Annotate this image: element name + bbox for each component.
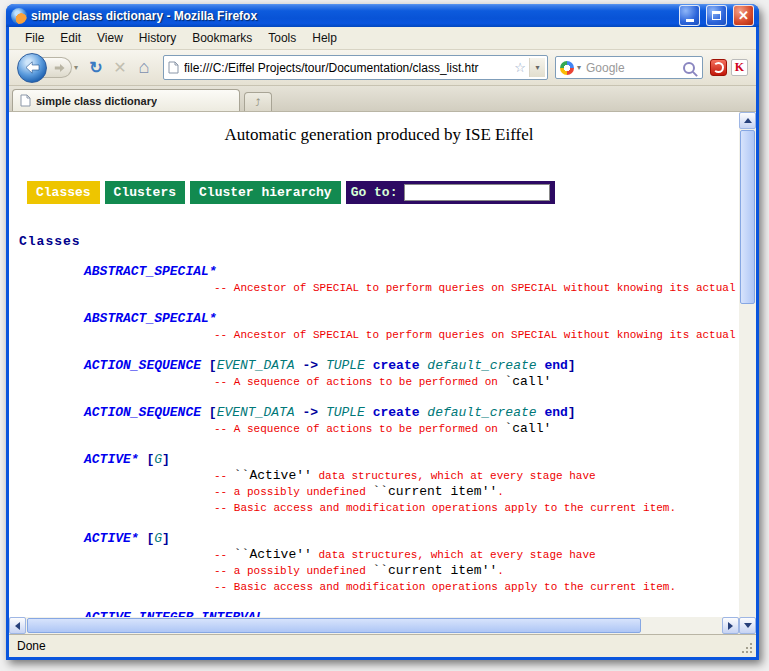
code-segment: -- Ancestor of SPECIAL to perform querie…: [214, 329, 739, 341]
code-segment: .: [497, 565, 504, 577]
class-name-line[interactable]: ABSTRACT_SPECIAL*: [84, 311, 739, 327]
home-icon: ⌂: [139, 57, 150, 78]
class-comment-line: -- Ancestor of SPECIAL to perform querie…: [214, 327, 739, 343]
class-name-line[interactable]: ACTIVE* [G]: [84, 452, 739, 468]
code-segment: ``current item'': [372, 563, 497, 578]
addon-icon[interactable]: [710, 59, 727, 76]
code-segment: end: [544, 358, 567, 373]
menu-item-tools[interactable]: Tools: [260, 28, 304, 48]
vertical-scrollbar[interactable]: [739, 112, 756, 634]
class-name-line[interactable]: ACTION_SEQUENCE [EVENT_DATA -> TUPLE cre…: [84, 405, 739, 421]
menu-item-bookmarks[interactable]: Bookmarks: [184, 28, 260, 48]
code-segment: ]: [162, 452, 170, 467]
close-icon: ✕: [738, 8, 749, 23]
search-input[interactable]: [584, 60, 680, 76]
menu-item-history[interactable]: History: [131, 28, 184, 48]
minimize-button[interactable]: [679, 5, 700, 26]
code-segment: -- Basic access and modification operati…: [214, 502, 676, 514]
class-list: ABSTRACT_SPECIAL*-- Ancestor of SPECIAL …: [19, 264, 739, 617]
code-segment: ->: [295, 405, 326, 420]
scroll-up-icon: [744, 118, 752, 123]
scroll-left-button[interactable]: [9, 617, 26, 634]
page-heading: Automatic generation produced by ISE Eif…: [19, 125, 739, 145]
class-name-line[interactable]: ACTION_SEQUENCE [EVENT_DATA -> TUPLE cre…: [84, 358, 739, 374]
class-comment-line: -- A sequence of actions to be performed…: [214, 421, 739, 437]
menu-bar: FileEditViewHistoryBookmarksToolsHelp: [9, 27, 756, 50]
class-comment-line: -- Ancestor of SPECIAL to perform querie…: [214, 280, 739, 296]
code-segment: ]: [568, 405, 576, 420]
class-comment-line: -- a possibly undefined ``current item''…: [214, 563, 739, 579]
scroll-right-button[interactable]: [722, 617, 739, 634]
class-comment-line: -- A sequence of actions to be performed…: [214, 374, 739, 390]
code-segment: --: [214, 470, 234, 482]
search-bar[interactable]: ▾: [555, 56, 703, 79]
code-segment: [365, 405, 373, 420]
code-segment: data structures, which at every stage ha…: [312, 470, 596, 482]
horizontal-scrollbar[interactable]: [9, 617, 739, 634]
code-segment: -- Ancestor of SPECIAL to perform querie…: [214, 282, 739, 294]
menu-item-edit[interactable]: Edit: [52, 28, 89, 48]
class-name-line[interactable]: ACTIVE* [G]: [84, 531, 739, 547]
doc-button-classes[interactable]: Classes: [27, 181, 100, 204]
address-bar[interactable]: ☆ ▾: [163, 55, 548, 80]
maximize-button[interactable]: [706, 5, 727, 26]
doc-button-clusters[interactable]: Clusters: [105, 181, 185, 204]
class-comment-line: -- ``Active'' data structures, which at …: [214, 547, 739, 563]
menu-item-file[interactable]: File: [17, 28, 52, 48]
maximize-icon: [712, 11, 721, 20]
browser-window: simple class dictionary - Mozilla Firefo…: [6, 4, 759, 660]
history-dropdown-icon[interactable]: ▾: [74, 63, 78, 72]
url-dropdown-button[interactable]: ▾: [529, 58, 545, 77]
class-name-line[interactable]: ACTIVE_INTEGER_INTERVAL: [84, 610, 739, 617]
doc-nav-buttons: ClassesClustersCluster hierarchy: [27, 181, 346, 204]
stop-icon: ✕: [113, 58, 126, 77]
code-segment: `call': [504, 421, 551, 436]
class-entry: ACTION_SEQUENCE [EVENT_DATA -> TUPLE cre…: [19, 405, 739, 437]
horizontal-scroll-thumb[interactable]: [27, 618, 641, 633]
class-name-line[interactable]: ABSTRACT_SPECIAL*: [84, 264, 739, 280]
goto-input[interactable]: [404, 184, 550, 201]
back-button[interactable]: [17, 53, 47, 83]
code-segment: ->: [295, 358, 326, 373]
code-segment: [: [209, 358, 217, 373]
code-segment: G: [154, 531, 162, 546]
forward-arrow-icon: [54, 63, 65, 73]
title-bar[interactable]: simple class dictionary - Mozilla Firefo…: [6, 4, 759, 27]
scroll-down-button[interactable]: [739, 617, 756, 634]
stop-button[interactable]: ✕: [108, 56, 132, 80]
home-button[interactable]: ⌂: [132, 56, 156, 80]
scroll-up-button[interactable]: [739, 112, 756, 129]
menu-item-help[interactable]: Help: [304, 28, 345, 48]
code-segment: ]: [568, 358, 576, 373]
kaspersky-icon[interactable]: K: [731, 59, 748, 76]
class-entry: ACTIVE* [G]-- ``Active'' data structures…: [19, 452, 739, 516]
horizontal-scroll-track[interactable]: [26, 617, 722, 634]
reload-button[interactable]: ↻: [84, 56, 108, 80]
scroll-left-icon: [15, 622, 20, 630]
google-engine-icon[interactable]: [560, 61, 574, 75]
class-comment-line: -- ``Active'' data structures, which at …: [214, 468, 739, 484]
new-tab-stub[interactable]: ⤴: [244, 92, 272, 111]
code-segment: -- A sequence of actions to be performed…: [214, 423, 504, 435]
search-magnifier-icon[interactable]: [683, 62, 695, 74]
class-entry: ABSTRACT_SPECIAL*-- Ancestor of SPECIAL …: [19, 264, 739, 296]
scroll-down-icon: [744, 623, 752, 628]
goto-label: Go to:: [351, 185, 398, 200]
bookmark-star-icon[interactable]: ☆: [514, 60, 526, 75]
tab-simple-class-dictionary[interactable]: simple class dictionary: [12, 89, 240, 111]
code-segment: TUPLE: [326, 358, 365, 373]
url-input[interactable]: [182, 60, 511, 76]
page-icon: [168, 61, 179, 74]
doc-button-cluster-hierarchy[interactable]: Cluster hierarchy: [190, 181, 341, 204]
code-segment: end: [544, 405, 567, 420]
section-title-classes: Classes: [19, 234, 739, 249]
firefox-icon: [11, 8, 27, 24]
resize-grip[interactable]: [740, 641, 753, 654]
code-segment: ``Active'': [234, 468, 312, 483]
search-engine-dropdown-icon[interactable]: ▾: [577, 63, 581, 72]
close-button[interactable]: ✕: [733, 5, 754, 26]
vertical-scroll-track[interactable]: [739, 129, 756, 617]
menu-item-view[interactable]: View: [89, 28, 131, 48]
vertical-scroll-thumb[interactable]: [740, 130, 755, 304]
code-segment: ``current item'': [372, 484, 497, 499]
